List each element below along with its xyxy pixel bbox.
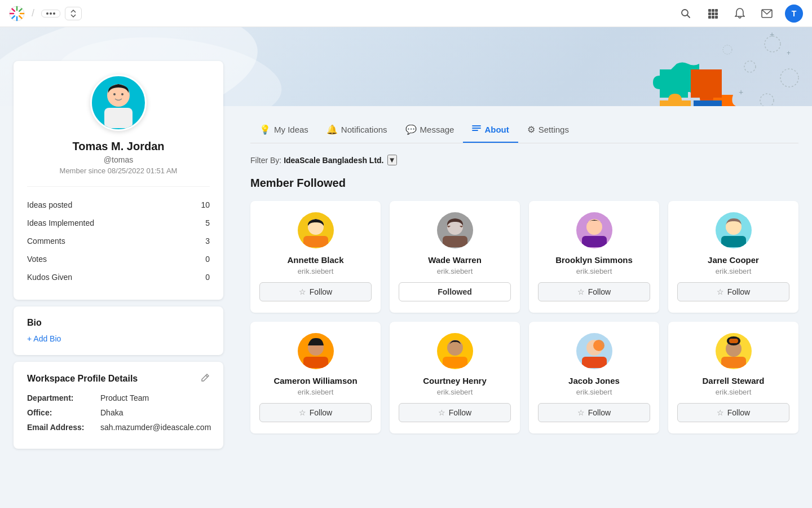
nav-arrows-button[interactable] bbox=[65, 7, 82, 20]
svg-rect-56 bbox=[582, 357, 607, 368]
profile-member-since: Member since 08/25/2022 01:51 AM bbox=[27, 167, 210, 175]
svg-point-28 bbox=[723, 45, 732, 54]
bell-icon bbox=[735, 8, 745, 19]
follow-button-jane[interactable]: ☆ Follow bbox=[677, 282, 789, 301]
filter-dropdown-button[interactable]: ▼ bbox=[387, 155, 397, 165]
star-icon-jacob: ☆ bbox=[577, 408, 585, 417]
follow-label-brooklyn: Follow bbox=[588, 287, 611, 296]
profile-name: Tomas M. Jordan bbox=[27, 140, 210, 153]
stat-value-comments: 3 bbox=[205, 237, 210, 246]
star-icon-jane: ☆ bbox=[717, 287, 724, 296]
member-avatar-jacob bbox=[576, 333, 612, 369]
svg-rect-12 bbox=[712, 9, 714, 12]
member-name-cameron: Cameron Williamson bbox=[273, 376, 357, 386]
follow-button-darrell[interactable]: ☆ Follow bbox=[677, 403, 789, 422]
mail-icon bbox=[761, 9, 773, 18]
stat-value-ideas-posted: 10 bbox=[201, 200, 210, 209]
user-avatar-nav[interactable]: T bbox=[785, 5, 803, 23]
add-bio-link[interactable]: + Add Bio bbox=[27, 334, 61, 343]
svg-line-8 bbox=[12, 8, 15, 11]
member-name-brooklyn: Brooklyn Simmons bbox=[555, 255, 633, 265]
star-icon: ☆ bbox=[299, 287, 306, 296]
follow-label-darrell: Follow bbox=[727, 408, 750, 417]
stat-label-kudos: Kudos Given bbox=[27, 273, 72, 282]
followed-label-wade: Followed bbox=[438, 287, 472, 296]
member-card-annette: Annette Black erik.siebert ☆ Follow bbox=[250, 201, 381, 313]
svg-rect-61 bbox=[729, 339, 738, 343]
profile-avatar-wrapper bbox=[27, 75, 210, 131]
section-title: Member Followed bbox=[250, 177, 798, 190]
apps-button[interactable] bbox=[704, 5, 722, 23]
svg-point-53 bbox=[447, 340, 463, 356]
svg-line-6 bbox=[12, 16, 15, 18]
svg-rect-48 bbox=[582, 236, 607, 247]
stat-value-kudos: 0 bbox=[205, 273, 210, 282]
workspace-section: Workspace Profile Details Department: Pr… bbox=[14, 362, 223, 449]
member-name-jacob: Jacob Jones bbox=[568, 376, 620, 386]
follow-button-courtney[interactable]: ☆ Follow bbox=[399, 403, 511, 422]
member-card-brooklyn: Brooklyn Simmons erik.siebert ☆ Follow bbox=[529, 201, 659, 313]
star-icon-darrell: ☆ bbox=[717, 408, 724, 417]
nav-dots-button[interactable] bbox=[41, 10, 60, 17]
member-username-courtney: erik.siebert bbox=[437, 388, 473, 396]
svg-point-23 bbox=[765, 36, 780, 52]
about-icon bbox=[472, 125, 481, 135]
up-down-arrows-icon bbox=[70, 10, 77, 17]
tab-message[interactable]: 💬 Message bbox=[396, 117, 464, 143]
follow-button-annette[interactable]: ☆ Follow bbox=[259, 282, 372, 301]
follow-button-cameron[interactable]: ☆ Follow bbox=[259, 403, 372, 422]
follow-button-jacob[interactable]: ☆ Follow bbox=[538, 403, 650, 422]
tab-message-label: Message bbox=[420, 125, 454, 134]
tab-settings[interactable]: ⚙ Settings bbox=[518, 117, 578, 143]
svg-point-38 bbox=[121, 93, 123, 95]
svg-rect-18 bbox=[712, 16, 714, 19]
member-card-jane: Jane Cooper erik.siebert ☆ Follow bbox=[668, 201, 798, 313]
filter-bar: Filter By: IdeaScale Bangladesh Ltd. ▼ bbox=[250, 155, 798, 165]
svg-point-24 bbox=[744, 61, 756, 72]
svg-rect-16 bbox=[715, 12, 718, 15]
tab-about[interactable]: About bbox=[463, 118, 518, 143]
stat-label-votes: Votes bbox=[27, 255, 47, 264]
nav-left: / bbox=[9, 6, 82, 21]
member-avatar-jane bbox=[716, 212, 752, 248]
svg-point-21 bbox=[689, 85, 698, 94]
follow-label-courtney: Follow bbox=[449, 408, 471, 417]
svg-line-2 bbox=[19, 8, 21, 11]
member-username-cameron: erik.siebert bbox=[298, 388, 334, 396]
stat-label-comments: Comments bbox=[27, 237, 65, 246]
member-card-wade: Wade Warren erik.siebert Followed bbox=[390, 201, 520, 313]
svg-text:+: + bbox=[739, 87, 743, 97]
svg-rect-59 bbox=[721, 357, 746, 368]
member-avatar-brooklyn bbox=[576, 212, 612, 248]
follow-button-wade[interactable]: Followed bbox=[399, 282, 511, 301]
field-label-department: Department: bbox=[27, 393, 100, 402]
profile-username: @tomas bbox=[27, 155, 210, 164]
grid-icon bbox=[708, 8, 718, 19]
member-avatar-wade bbox=[437, 212, 473, 248]
svg-point-57 bbox=[593, 340, 604, 351]
member-card-courtney: Courtney Henry erik.siebert ☆ Follow bbox=[390, 322, 520, 433]
svg-rect-46 bbox=[443, 236, 467, 247]
svg-text:+: + bbox=[787, 49, 791, 57]
stat-votes: Votes 0 bbox=[27, 250, 210, 268]
mail-button[interactable] bbox=[758, 5, 776, 23]
tab-notifications[interactable]: 🔔 Notifications bbox=[317, 117, 396, 143]
bio-title: Bio bbox=[27, 318, 210, 328]
member-username-jane: erik.siebert bbox=[716, 267, 752, 275]
edit-workspace-button[interactable] bbox=[201, 373, 210, 384]
member-username-annette: erik.siebert bbox=[298, 267, 334, 275]
search-button[interactable] bbox=[677, 5, 695, 23]
tab-my-ideas[interactable]: 💡 My Ideas bbox=[250, 117, 317, 143]
svg-rect-50 bbox=[721, 236, 746, 247]
notifications-button[interactable] bbox=[731, 5, 749, 23]
member-name-jane: Jane Cooper bbox=[708, 255, 759, 265]
member-card-darrell: Darrell Steward erik.siebert ☆ Follow bbox=[668, 322, 798, 433]
workspace-title: Workspace Profile Details bbox=[27, 374, 138, 384]
svg-rect-14 bbox=[708, 12, 711, 15]
nav-right: T bbox=[677, 5, 803, 23]
follow-button-brooklyn[interactable]: ☆ Follow bbox=[538, 282, 650, 301]
stat-value-ideas-implemented: 5 bbox=[205, 218, 210, 227]
follow-label-jane: Follow bbox=[727, 287, 750, 296]
member-avatar-annette bbox=[298, 212, 334, 248]
tab-notifications-label: Notifications bbox=[341, 125, 387, 134]
